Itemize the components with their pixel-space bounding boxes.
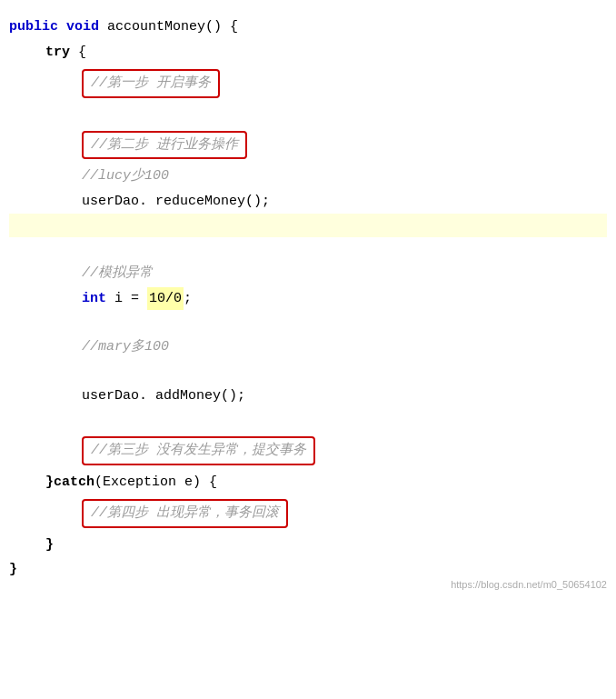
spacer-2: [9, 237, 607, 261]
line-add-money: userDao. addMoney();: [9, 384, 607, 409]
line-int: int i = 10/0;: [9, 286, 607, 312]
add-money-code: userDao. addMoney();: [82, 384, 245, 408]
reduce-money-code: userDao. reduceMoney();: [82, 190, 270, 214]
spacer-5: [9, 408, 607, 432]
keyword-void: void: [66, 15, 107, 39]
line-simulate-comment: //模拟异常: [9, 261, 607, 286]
comment-simulate: //模拟异常: [82, 262, 153, 285]
line-lucy-comment: //lucy少100: [9, 164, 607, 189]
line-catch: }catch(Exception e) {: [9, 470, 607, 495]
highlighted-line: [9, 214, 607, 237]
catch-close-brace: }: [45, 534, 54, 557]
keyword-int: int: [82, 287, 114, 311]
division-by-zero: 10/0: [147, 287, 184, 311]
spacer-1: [9, 103, 607, 126]
code-block: public void accountMoney() { try { //第一步…: [0, 0, 616, 601]
line-step3: //第三步 没有发生异常，提交事务: [9, 435, 607, 466]
comment-lucy: //lucy少100: [82, 165, 169, 188]
line-1: public void accountMoney() {: [9, 15, 607, 40]
comment-step3: //第三步 没有发生异常，提交事务: [82, 436, 315, 465]
catch-params: (Exception e) {: [94, 471, 217, 494]
line-reduce-money: userDao. reduceMoney();: [9, 189, 607, 215]
line-step1: //第一步 开启事务: [9, 68, 607, 99]
method-close-brace: }: [9, 558, 17, 582]
spacer-3: [9, 311, 607, 335]
try-brace: {: [78, 41, 86, 65]
keyword-public: public: [9, 15, 66, 39]
line-mary-comment: //mary多100: [9, 335, 607, 360]
line-try: try {: [9, 40, 607, 65]
line-step2: //第二步 进行业务操作: [9, 130, 607, 161]
comment-step2: //第二步 进行业务操作: [82, 131, 247, 160]
line-close-catch: }: [9, 533, 607, 558]
method-name: accountMoney() {: [107, 15, 238, 39]
watermark: https://blog.csdn.net/m0_50654102: [451, 576, 607, 594]
keyword-catch: catch: [54, 471, 94, 494]
semicolon: ;: [184, 287, 192, 311]
int-code: i =: [114, 287, 147, 311]
closing-try-brace: }: [45, 471, 54, 494]
comment-mary: //mary多100: [82, 335, 169, 359]
comment-step4: //第四步 出现异常，事务回滚: [82, 499, 288, 528]
comment-step1: //第一步 开启事务: [82, 69, 220, 98]
line-step4: //第四步 出现异常，事务回滚: [9, 498, 607, 529]
spacer-4: [9, 360, 607, 384]
keyword-try: try: [45, 41, 78, 65]
